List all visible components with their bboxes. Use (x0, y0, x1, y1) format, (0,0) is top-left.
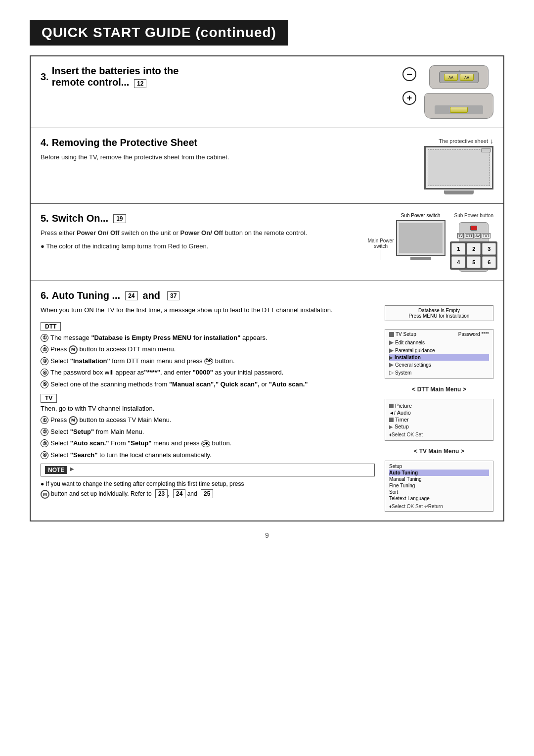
section-3-title: Insert the batteries into the remote con… (52, 65, 179, 88)
dtt-password: Password **** (458, 331, 489, 337)
remote-top-buttons (470, 226, 477, 231)
main-power-label: Main Powerswitch (368, 238, 394, 249)
btn-4: 4 (451, 256, 465, 268)
section-6-badge1: 24 (125, 291, 137, 300)
power-btn (470, 226, 477, 231)
section-5: 5. Switch On... 19 Press either Power On… (31, 204, 503, 281)
tv-step-2: ② Select "Setup" from Main Menu. (41, 427, 375, 437)
dtt-step-2: ② Press M button to access DTT main menu… (41, 344, 375, 354)
generalsettings-icon: ▶ (389, 361, 394, 368)
section-6-number: 6. (41, 290, 49, 301)
menu-btn-icon-3: M (41, 490, 49, 499)
section-4: 4. Removing the Protective Sheet Before … (31, 128, 503, 204)
main-power-area: Main Powerswitch (368, 238, 394, 260)
setup-icon: ▶ (389, 424, 393, 429)
section-4-number: 4. (41, 137, 49, 148)
protective-sheet-label: The protective sheet ↓ (439, 137, 493, 145)
section-4-left: 4. Removing the Protective Sheet Before … (41, 137, 414, 163)
section5-illustrations: Main Powerswitch Sub Power switch Sub Po… (368, 213, 493, 272)
tv-illustration-area: The protective sheet ↓ (424, 137, 493, 194)
battery-aa-1: AA (444, 74, 458, 81)
step-3-text: Select "Installation" form DTT main menu… (50, 356, 235, 366)
note-badge-23: 23 (155, 489, 168, 498)
page-number: 9 (30, 531, 504, 539)
tv-steps: ① Press M button to access TV Main Menu.… (41, 415, 375, 460)
btn-5: 5 (467, 256, 481, 268)
tv-step-3-bold1: "Auto scan." (70, 439, 109, 447)
remote-views: AA AA → (424, 65, 493, 119)
dtt-parental-row: ▶ Parental guidance (389, 346, 489, 354)
tv-step-3-num: ③ (41, 439, 48, 447)
mode-dtt: DTT (465, 233, 474, 238)
power-on-off-bold2: Power On/ Off (180, 229, 223, 236)
step-4-num: ④ (41, 369, 48, 377)
tv-step-4-bold: "Search" (70, 451, 98, 459)
tv-step-4: ④ Select "Search" to turn the local chan… (41, 450, 375, 460)
parental-icon: ▶ (389, 347, 394, 354)
mode-tv: TV (457, 233, 464, 238)
main-power-line (381, 250, 381, 260)
setup-item-autotuning: Auto Tuning (389, 470, 489, 476)
section5-tv-area: Main Powerswitch Sub Power switch (368, 213, 445, 260)
btn-1: 1 (451, 243, 465, 255)
section-3-left: 3. Insert the batteries into the remote … (41, 65, 393, 92)
note-text-2: M button and set up individually. Refer … (41, 489, 375, 499)
step-4-bold1: "****" (144, 369, 160, 376)
tv-audio-row: ◄/ Audio (389, 409, 489, 416)
edit-channels-icon: ▶ (389, 339, 394, 346)
tv5: Sub Power switch (396, 213, 445, 260)
remote-side-battery (435, 105, 483, 114)
section-6-title: Auto Tuning ... (52, 290, 120, 301)
section-5-text: Press either Power On/ Off switch on the… (41, 228, 358, 238)
tv-step-1: ① Press M button to access TV Main Menu. (41, 415, 375, 425)
footer-note: ● If you want to change the setting afte… (41, 480, 375, 499)
tv5-screen (396, 220, 445, 256)
number-grid: 1 2 3 4 5 6 (450, 241, 497, 270)
section-4-body: Before using the TV, remove the protecti… (41, 152, 414, 163)
tv-step-2-num: ② (41, 428, 48, 436)
section-3-right: − + AA AA → (402, 65, 493, 119)
dtt-editchannels-row: ▶ Edit channels (389, 338, 489, 346)
mode-av: AV (475, 233, 481, 238)
setup-item-setup: Setup (389, 463, 489, 470)
dtt-generalsettings-row: ▶ General settings (389, 361, 489, 369)
note-badge-24: 24 (173, 489, 185, 498)
step-5-text: Select one of the scanning methods from … (50, 379, 308, 389)
tv-frame (424, 146, 493, 189)
dtt-db-line1: Database is Empty (389, 308, 489, 313)
section6-content: When you turn ON the TV for the first ti… (41, 305, 493, 512)
section-4-heading: 4. Removing the Protective Sheet (41, 137, 414, 148)
setup-item-teletext: Teletext Language (389, 495, 489, 502)
power-on-off-bold1: Power On/ Off (77, 229, 120, 236)
remote-top-view: AA AA → (429, 65, 489, 89)
tv-step-4-num: ④ (41, 451, 48, 459)
section-5-title: Switch On... (52, 213, 108, 224)
step-4-bold2: "0000" (193, 369, 213, 376)
tv-menu-box: Picture ◄/ Audio Timer ▶ Setup ♦Select (385, 399, 493, 441)
mode-row: TV DTT AV TXT (457, 233, 490, 238)
tv-step-3-bold2: "Setup" (128, 439, 151, 447)
main-content-border: 3. Insert the batteries into the remote … (30, 55, 504, 521)
step-2-num: ② (41, 345, 48, 353)
tv-step-2-bold: "Setup" (70, 428, 94, 435)
section-5-left: 5. Switch On... 19 Press either Power On… (41, 213, 358, 252)
note-badge-25: 25 (201, 489, 213, 498)
section-3-heading: 3. Insert the batteries into the remote … (41, 65, 393, 88)
step-5-bold3: "Auto scan." (269, 380, 308, 388)
dtt-step-5: ⑤ Select one of the scanning methods fro… (41, 379, 375, 389)
section-3-badge: 12 (134, 79, 146, 88)
section-3: 3. Insert the batteries into the remote … (31, 56, 503, 128)
dtt-steps: ① The message "Database is Empty Press M… (41, 333, 375, 389)
btn-6: 6 (482, 256, 496, 268)
tv-timer-row: Timer (389, 416, 489, 423)
dtt-tvsetup-row: TV Setup Password **** (389, 331, 489, 337)
note-label: NOTE (45, 466, 67, 474)
section-5-bullet: ● The color of the indicating lamp turns… (41, 241, 358, 252)
dtt-step-4: ④ The password box will appear as"****",… (41, 368, 375, 378)
ok-icon-2: OK (201, 440, 210, 447)
tv-step-3: ③ Select "Auto scan." From "Setup" menu … (41, 438, 375, 448)
ok-icon-1: OK (204, 358, 213, 365)
dtt-step-1: ① The message "Database is Empty Press M… (41, 333, 375, 343)
dtt-database-box: Database is Empty Press MENU for Install… (385, 305, 493, 321)
battery-illustration: − + AA AA → (402, 65, 493, 119)
